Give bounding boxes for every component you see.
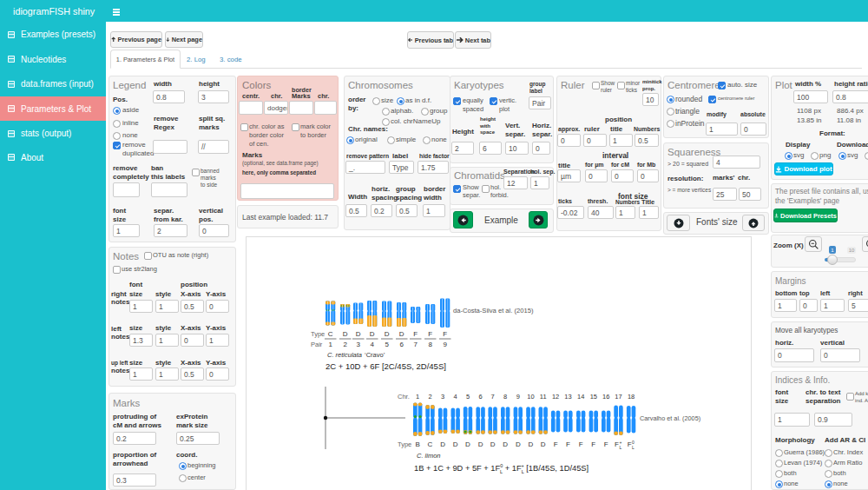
svg-text:‘Cravo’: ‘Cravo’ xyxy=(365,351,385,359)
svg-text:8: 8 xyxy=(428,341,432,348)
svg-text:D: D xyxy=(385,330,390,338)
svg-text:D: D xyxy=(370,330,375,338)
svg-text:D: D xyxy=(503,440,508,448)
svg-text:D: D xyxy=(490,440,496,448)
svg-text:Chr.: Chr. xyxy=(398,393,410,401)
svg-text:C: C xyxy=(328,330,333,338)
svg-text:11: 11 xyxy=(540,393,547,401)
svg-text:F: F xyxy=(413,330,418,338)
svg-text:1: 1 xyxy=(328,341,332,348)
svg-text:4: 4 xyxy=(370,341,374,348)
svg-text:D: D xyxy=(478,440,483,448)
svg-text:Pair: Pair xyxy=(311,341,323,348)
svg-text:D: D xyxy=(529,440,534,448)
svg-text:3: 3 xyxy=(441,393,444,401)
svg-text:17: 17 xyxy=(615,393,621,401)
svg-text:F: F xyxy=(615,440,619,448)
svg-text:D: D xyxy=(399,330,404,338)
svg-text:Carvalho et al. (2005): Carvalho et al. (2005) xyxy=(640,414,700,422)
svg-text:da-Costa-Silva et al. (2015): da-Costa-Silva et al. (2015) xyxy=(453,307,534,315)
svg-text:3: 3 xyxy=(356,341,360,348)
svg-text:13: 13 xyxy=(564,393,571,401)
svg-text:F: F xyxy=(566,440,570,448)
svg-text:2C + 10D + 6F [2C/45S, 2D/45S]: 2C + 10D + 6F [2C/45S, 2D/45S] xyxy=(326,361,446,371)
svg-text:D: D xyxy=(453,440,458,448)
svg-text:15: 15 xyxy=(590,393,597,401)
svg-text:16: 16 xyxy=(602,393,609,401)
svg-text:5: 5 xyxy=(466,393,470,401)
svg-text:Type: Type xyxy=(311,330,325,338)
svg-text:8: 8 xyxy=(503,393,507,401)
svg-text:4: 4 xyxy=(454,393,457,401)
svg-text:9: 9 xyxy=(516,393,520,401)
svg-text:12: 12 xyxy=(552,393,559,401)
svg-text:F: F xyxy=(628,440,632,448)
svg-text:1: 1 xyxy=(416,393,419,401)
svg-text:F: F xyxy=(604,440,608,448)
svg-text:D: D xyxy=(440,440,445,448)
svg-text:10: 10 xyxy=(527,393,534,401)
svg-text:6: 6 xyxy=(479,393,483,401)
svg-text:F: F xyxy=(428,330,432,338)
svg-text:1B + 1C + 9D + 5F + 1F0L + 1F+: 1B + 1C + 9D + 5F + 1F0L + 1F+L [1B/45S,… xyxy=(414,463,589,474)
svg-text:2: 2 xyxy=(343,341,347,348)
svg-text:D: D xyxy=(541,440,546,448)
svg-text:F: F xyxy=(591,440,595,448)
svg-text:L: L xyxy=(632,445,635,450)
svg-text:C. reticulata: C. reticulata xyxy=(327,351,362,359)
svg-text:D: D xyxy=(343,330,348,338)
svg-text:Type: Type xyxy=(398,440,411,448)
svg-text:7: 7 xyxy=(491,393,495,401)
svg-text:18: 18 xyxy=(628,393,635,401)
svg-text:D: D xyxy=(356,330,361,338)
svg-text:B: B xyxy=(416,440,420,448)
svg-text:9: 9 xyxy=(443,341,447,348)
svg-text:5: 5 xyxy=(385,341,389,348)
svg-text:6: 6 xyxy=(399,341,404,348)
svg-text:F: F xyxy=(443,330,447,338)
svg-text:F: F xyxy=(554,440,558,448)
svg-text:D: D xyxy=(516,440,521,448)
svg-text:C: C xyxy=(428,440,433,448)
svg-text:L: L xyxy=(620,445,622,450)
svg-text:D: D xyxy=(465,440,470,448)
svg-text:14: 14 xyxy=(577,393,584,401)
svg-text:2: 2 xyxy=(428,393,431,401)
svg-text:C. limon: C. limon xyxy=(417,452,441,460)
svg-text:7: 7 xyxy=(413,341,418,348)
svg-text:F: F xyxy=(579,440,583,448)
